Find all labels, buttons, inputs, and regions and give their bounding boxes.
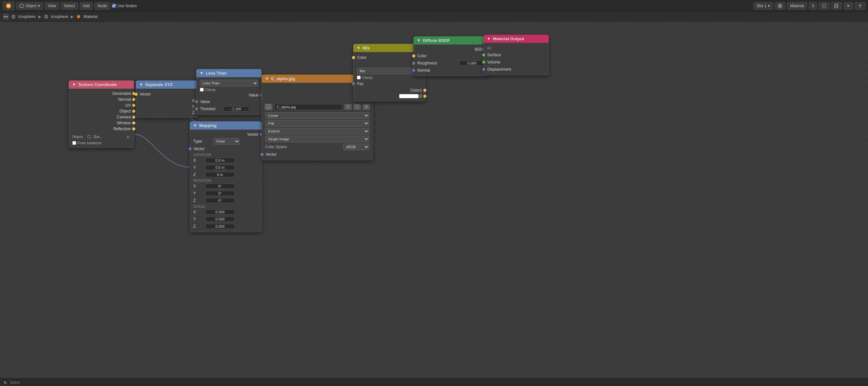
less-than-operation-select[interactable]: Less Than Greater Than (200, 80, 258, 86)
scale-y-input[interactable] (206, 216, 235, 222)
object-output-row: Object (69, 108, 134, 114)
object-clear-btn[interactable]: ✕ (125, 135, 130, 139)
node-canvas[interactable]: ▼ Texture Coordinate Generated Normal UV… (0, 22, 868, 386)
node-menu[interactable]: Node (95, 2, 110, 9)
shield-btn[interactable] (819, 2, 829, 9)
image-view-btn[interactable] (265, 104, 273, 110)
extension-select[interactable]: Repeat Extend Clip (265, 128, 369, 135)
volume-socket[interactable] (482, 61, 485, 64)
breadcrumb-item-2[interactable]: Icosphere (51, 14, 68, 19)
mix-color2-socket[interactable] (423, 94, 427, 98)
scale-z-input[interactable] (206, 224, 235, 229)
select-menu[interactable]: Select (61, 2, 78, 9)
object-icon-btn[interactable] (86, 135, 92, 139)
svg-point-17 (77, 15, 80, 18)
mix-color2-swatch[interactable] (399, 94, 418, 98)
copy-data-btn[interactable] (831, 2, 842, 9)
lt-threshold-row: Threshol (196, 105, 261, 113)
pin-btn[interactable] (855, 2, 865, 9)
uv-socket[interactable] (132, 104, 135, 107)
select-cursor-icon (3, 380, 8, 385)
image-ops-btn2[interactable] (353, 104, 361, 110)
mix-fac-socket[interactable] (352, 82, 355, 85)
displacement-label: Displacement (487, 67, 511, 72)
vector-socket-sxyz[interactable] (134, 93, 138, 96)
diffuse-roughness-socket[interactable] (412, 61, 415, 65)
separate-xyz-header[interactable]: ▼ Separate XYZ (136, 81, 198, 89)
view-menu[interactable]: View (45, 2, 59, 9)
image-ops-icon2 (355, 105, 359, 109)
material-name-field[interactable]: Material (787, 2, 807, 9)
interpolation-select[interactable]: Linear Closest Cubic Smart (265, 112, 369, 119)
close-btn[interactable]: ✕ (844, 2, 853, 9)
slot-selector[interactable]: Slot 1 ▾ (753, 2, 773, 9)
from-instancer-checkbox[interactable] (72, 141, 76, 145)
rot-z-input[interactable] (206, 198, 235, 203)
mapping-header[interactable]: ▼ Mapping (190, 121, 261, 129)
texture-coordinate-title: Texture Coordinate (78, 82, 117, 87)
breadcrumb-item-3[interactable]: Material (84, 14, 97, 19)
diffuse-color-socket[interactable] (412, 54, 415, 58)
less-than-header[interactable]: ▼ Less Than (196, 69, 261, 77)
loc-y-input[interactable] (206, 165, 235, 170)
lt-threshold-socket[interactable] (195, 107, 198, 111)
add-menu[interactable]: Add (80, 2, 93, 9)
object-socket[interactable] (132, 110, 135, 113)
material-output-header[interactable]: ▼ Material Output (484, 35, 549, 43)
render-icon-btn[interactable] (775, 2, 785, 9)
interpolation-row: Linear Closest Cubic Smart (262, 112, 373, 119)
source-select[interactable]: Single Image Movie Sequence (265, 136, 369, 142)
image-filename-input[interactable] (274, 104, 342, 110)
mapping-vector-in-socket[interactable] (188, 147, 192, 150)
roughness-label: Roughness (417, 61, 457, 65)
svg-point-15 (44, 15, 48, 18)
z-output-row: Z (136, 110, 197, 116)
lt-clamp-checkbox[interactable] (200, 88, 204, 92)
loc-z-input[interactable] (206, 172, 235, 177)
window-socket[interactable] (132, 121, 135, 125)
z-output-label: Z (192, 110, 195, 115)
rot-y-input[interactable] (206, 191, 235, 196)
use-nodes-checkbox[interactable] (112, 4, 116, 8)
collapse-arrow-mo: ▼ (487, 36, 491, 41)
mode-selector[interactable]: Object ▾ (17, 2, 43, 9)
image-ops-btn3[interactable] (363, 104, 370, 110)
blender-logo-btn[interactable] (3, 2, 14, 10)
normal-socket-tc[interactable] (132, 98, 135, 101)
vector-in-socket-img[interactable] (260, 153, 264, 156)
lt-threshold-label: Threshol (200, 107, 221, 111)
vector-input-row-img: Vector (262, 151, 373, 158)
material-count-badge[interactable]: 3 (809, 2, 817, 9)
projection-select[interactable]: Flat Box Sphere Tube (265, 120, 369, 127)
lt-threshold-input[interactable] (223, 106, 249, 112)
volume-row: Volume (484, 59, 549, 66)
displacement-socket[interactable] (482, 68, 485, 71)
svg-point-16 (45, 15, 47, 18)
scale-x-row: X (190, 208, 261, 215)
mix-clamp-checkbox[interactable] (357, 76, 361, 80)
mix-color-in-socket[interactable] (352, 56, 355, 59)
breadcrumb-item-1[interactable]: Icosphere (18, 14, 36, 19)
rot-x-input[interactable] (206, 183, 235, 189)
reflection-socket[interactable] (132, 127, 135, 130)
image-ops-btn1[interactable] (344, 104, 351, 110)
diffuse-bsdf-header[interactable]: ▼ Diffuse BSDF (413, 36, 489, 44)
surface-socket[interactable] (482, 53, 485, 57)
scale-x-input[interactable] (206, 209, 235, 215)
loc-x-input[interactable] (206, 158, 235, 163)
bsdf-output-row: BSDF (414, 47, 488, 52)
lt-value-input-socket[interactable] (195, 100, 198, 103)
collapse-arrow-lt: ▼ (199, 71, 204, 76)
y-output-label: Y (192, 105, 195, 109)
roughness-input[interactable] (459, 61, 485, 66)
lt-value-input-row: Value (196, 98, 261, 105)
color-space-select[interactable]: sRGB Linear Non-Color (343, 144, 369, 150)
copy-data-icon (834, 4, 839, 8)
mapping-type-select[interactable]: Point Texture Vector Normal (214, 138, 240, 145)
camera-socket[interactable] (132, 116, 135, 119)
mix-operation-select[interactable]: Mix Add Multiply (357, 68, 422, 74)
color-space-label: Color Space (265, 145, 341, 149)
mix-color1-socket[interactable] (423, 89, 427, 92)
texture-coordinate-header[interactable]: ▼ Texture Coordinate (69, 81, 134, 89)
diffuse-normal-socket[interactable] (412, 69, 415, 72)
